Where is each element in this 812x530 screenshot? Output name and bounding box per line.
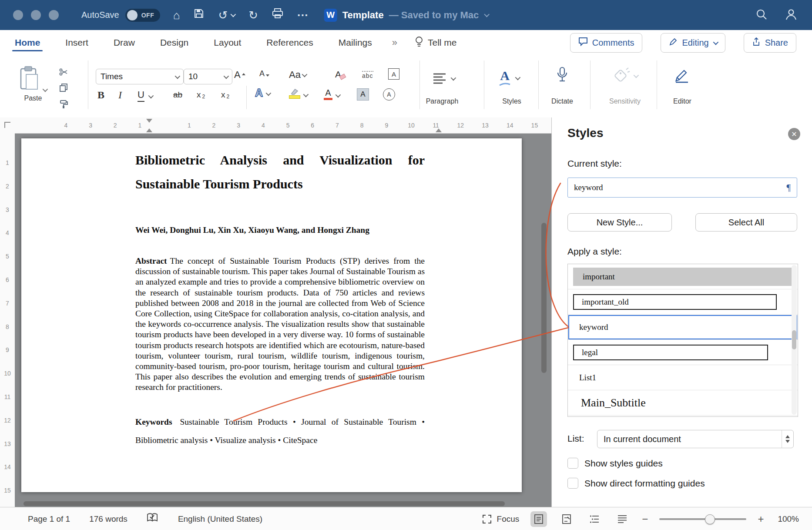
right-indent-marker[interactable] [436, 128, 442, 132]
phonetic-guide-button[interactable]: abc [362, 71, 373, 79]
language-indicator[interactable]: English (United States) [178, 514, 262, 524]
superscript-button[interactable]: x2 [221, 90, 229, 100]
share-button[interactable]: Share [744, 33, 796, 53]
styles-gallery-button[interactable]: A [499, 69, 519, 87]
outline-view-button[interactable] [586, 511, 603, 527]
shrink-font-button[interactable]: A [259, 69, 269, 78]
print-icon[interactable] [272, 8, 283, 22]
show-styles-guides-row[interactable]: Show styles guides [567, 458, 663, 469]
ruler-corner [0, 117, 15, 134]
minimize-window-button[interactable] [31, 10, 41, 20]
style-item-main-subtitle[interactable]: Main_Subtitle [568, 390, 798, 416]
horizontal-scrollbar[interactable] [23, 501, 505, 506]
tab-references[interactable]: References [265, 31, 314, 54]
zoom-slider[interactable] [659, 518, 746, 520]
format-painter-icon[interactable] [59, 100, 68, 111]
zoom-slider-thumb[interactable] [705, 514, 715, 524]
home-icon[interactable]: ⌂ [173, 10, 180, 21]
highlight-button[interactable] [289, 88, 307, 100]
word-count[interactable]: 176 words [89, 514, 128, 524]
autosave-toggle[interactable]: OFF [125, 9, 160, 22]
font-size-select[interactable]: 10 [184, 69, 232, 84]
fullscreen-window-button[interactable] [49, 10, 59, 20]
list-filter-dropdown[interactable]: In current document [597, 430, 794, 448]
tab-insert[interactable]: Insert [64, 31, 89, 54]
document-page[interactable]: Bibliometric Analysis and Visualization … [21, 138, 522, 492]
text-effects-button[interactable]: A [255, 87, 270, 99]
left-indent-marker[interactable] [146, 128, 152, 132]
editor-button[interactable] [674, 67, 690, 85]
underline-button[interactable]: U [138, 89, 152, 102]
editing-button[interactable]: Editing [661, 33, 725, 53]
first-line-indent-marker[interactable] [146, 119, 152, 123]
font-name-select[interactable]: Times [96, 69, 184, 84]
show-direct-formatting-checkbox[interactable] [567, 478, 578, 489]
doc-abstract[interactable]: AbstractThe concept of Sustainable Touri… [135, 256, 425, 393]
copy-icon[interactable] [59, 84, 68, 94]
font-color-button[interactable]: A [324, 88, 339, 100]
focus-button[interactable]: Focus [482, 514, 520, 524]
horizontal-ruler[interactable]: 432112345678910111213141516 [15, 117, 551, 134]
current-style-field[interactable]: keyword ¶ [567, 178, 797, 198]
title-dropdown-chevron-icon[interactable] [484, 12, 490, 17]
new-style-button[interactable]: New Style... [567, 213, 672, 231]
strikethrough-button[interactable]: ab [173, 90, 182, 100]
immersive-view-button[interactable] [558, 511, 575, 527]
comments-button[interactable]: Comments [570, 33, 643, 53]
zoom-in-button[interactable]: + [758, 513, 764, 525]
more-commands-icon[interactable]: ··· [297, 10, 309, 21]
show-direct-formatting-row[interactable]: Show direct formatting guides [567, 478, 705, 489]
style-item-important-old[interactable]: important_old [568, 289, 798, 315]
enclose-characters-button[interactable]: A [383, 88, 395, 101]
italic-button[interactable]: I [118, 89, 122, 101]
paragraph-settings-button[interactable] [433, 73, 455, 84]
account-icon[interactable] [785, 8, 798, 22]
tab-draw[interactable]: Draw [113, 31, 136, 54]
save-icon[interactable] [194, 8, 204, 22]
tab-layout[interactable]: Layout [213, 31, 242, 54]
paste-button[interactable]: Paste [16, 66, 50, 102]
zoom-out-button[interactable]: − [642, 513, 648, 525]
tab-selector-icon[interactable] [4, 122, 10, 128]
dropdown-stepper-icon[interactable] [782, 430, 793, 448]
style-item-list1[interactable]: List1 [568, 365, 798, 390]
tab-home[interactable]: Home [14, 31, 41, 54]
character-border-button[interactable]: A [388, 68, 399, 80]
tell-me-button[interactable]: Tell me [415, 36, 457, 50]
undo-dropdown-chevron-icon[interactable] [231, 12, 236, 17]
close-panel-button[interactable]: ✕ [788, 128, 800, 140]
doc-keywords[interactable]: KeywordsSustainable Tourism Products • J… [135, 413, 425, 449]
style-list-scrollbar[interactable] [792, 265, 797, 415]
show-styles-guides-checkbox[interactable] [567, 458, 578, 469]
doc-title[interactable]: Bibliometric Analysis and Visualization … [135, 148, 425, 196]
redo-icon[interactable]: ↻ [248, 10, 258, 21]
tab-mailings[interactable]: Mailings [338, 31, 373, 54]
style-item-keyword[interactable]: keyword [568, 315, 798, 340]
undo-icon[interactable]: ↺ [218, 10, 228, 21]
select-all-button[interactable]: Select All [695, 213, 797, 231]
bold-button[interactable]: B [97, 89, 104, 101]
vertical-ruler[interactable]: 123456789101112131415 [0, 134, 15, 507]
tab-design[interactable]: Design [159, 31, 189, 54]
draft-view-button[interactable] [614, 511, 631, 527]
clear-formatting-button[interactable]: A [335, 69, 341, 80]
tab-overflow-chevron-icon[interactable]: » [392, 37, 397, 48]
cut-icon[interactable] [59, 68, 68, 77]
vertical-scrollbar[interactable] [541, 223, 547, 373]
close-window-button[interactable] [13, 10, 23, 20]
dictate-button[interactable] [556, 67, 568, 85]
spellcheck-icon[interactable] [147, 513, 159, 525]
scrollbar-thumb[interactable] [792, 330, 796, 349]
doc-authors[interactable]: Wei Wei, Donghui Lu, Xin Xu, Xiaoyu Wang… [135, 225, 425, 235]
subscript-button[interactable]: x2 [197, 90, 205, 100]
character-shading-button[interactable]: A [357, 88, 369, 101]
print-layout-view-button[interactable] [530, 511, 547, 527]
page-indicator[interactable]: Page 1 of 1 [28, 514, 70, 524]
style-item-important[interactable]: important [568, 264, 798, 289]
zoom-percent[interactable]: 100% [778, 514, 799, 524]
style-item-legal[interactable]: legal [568, 340, 798, 365]
grow-font-button[interactable]: A [234, 69, 245, 81]
sensitivity-button[interactable] [613, 67, 638, 84]
search-icon[interactable] [755, 8, 768, 22]
change-case-button[interactable]: Aa [289, 69, 306, 81]
